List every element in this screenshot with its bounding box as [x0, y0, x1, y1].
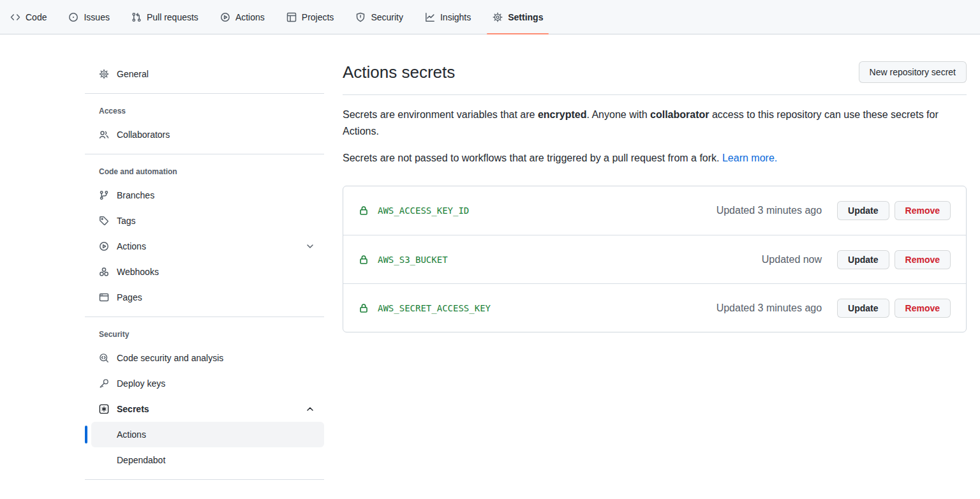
sidebar-item-label: Pages: [117, 292, 142, 302]
tab-code[interactable]: Code: [4, 0, 52, 34]
sidebar-item-label: Collaborators: [117, 130, 170, 140]
sidebar-item-tags[interactable]: Actions Tags: [91, 208, 324, 234]
intro-text: Secrets are environment variables that a…: [343, 109, 538, 120]
tab-label: Projects: [302, 12, 334, 22]
sidebar-item-general[interactable]: General: [91, 61, 324, 87]
sidebar-item-secrets-dependabot[interactable]: Dependabot: [91, 447, 324, 473]
tag-icon: [99, 216, 109, 226]
divider: [85, 317, 324, 317]
sidebar-item-label: Branches: [117, 190, 154, 200]
update-secret-button[interactable]: Update: [837, 201, 889, 220]
tab-label: Settings: [508, 12, 543, 22]
issue-opened-icon: [68, 12, 78, 22]
secrets-intro-text: Secrets are environment variables that a…: [343, 107, 967, 140]
sidebar-item-label: Secrets: [117, 404, 149, 414]
graph-icon: [425, 12, 435, 22]
pull-request-icon: [131, 12, 142, 22]
tab-label: Actions: [235, 12, 265, 22]
play-icon: [99, 241, 109, 251]
tab-security[interactable]: Security: [350, 0, 409, 34]
divider: [85, 93, 324, 94]
tab-issues[interactable]: Issues: [63, 0, 115, 34]
sidebar-item-deploy-keys[interactable]: Deploy keys: [91, 371, 324, 396]
new-repository-secret-button[interactable]: New repository secret: [859, 61, 967, 83]
page-title: Actions secrets: [343, 61, 455, 83]
tab-actions[interactable]: Actions: [214, 0, 271, 34]
tab-projects[interactable]: Projects: [281, 0, 340, 34]
sidebar-item-pages[interactable]: Pages: [91, 285, 324, 310]
secret-name: AWS_S3_BUCKET: [378, 255, 448, 265]
fork-note-text: Secrets are not passed to workflows that…: [343, 150, 967, 167]
people-icon: [99, 130, 109, 140]
sidebar-item-branches[interactable]: Branches: [91, 182, 324, 208]
secret-row-actions: Updated 3 minutes ago Update Remove: [716, 201, 951, 220]
remove-secret-button[interactable]: Remove: [895, 201, 951, 220]
git-branch-icon: [99, 190, 109, 200]
tab-label: Issues: [84, 12, 109, 22]
actions-secrets-panel: Actions secrets New repository secret Se…: [343, 61, 967, 486]
sidebar-item-secrets[interactable]: Secrets: [91, 396, 324, 422]
lock-icon: [359, 303, 369, 313]
gear-icon: [493, 12, 503, 22]
tab-label: Pull requests: [147, 12, 198, 22]
tab-label: Code: [26, 12, 47, 22]
webhook-icon: [99, 267, 109, 277]
secret-updated-time: Updated now: [762, 254, 822, 265]
intro-bold-collaborator: collaborator: [650, 109, 709, 120]
learn-more-link[interactable]: Learn more.: [722, 153, 777, 163]
shield-icon: [355, 12, 366, 22]
secret-row: AWS_ACCESS_KEY_ID Updated 3 minutes ago …: [343, 186, 966, 235]
secret-asterisk-icon: [99, 404, 109, 414]
browser-icon: [99, 292, 109, 302]
sidebar-item-label: Deploy keys: [117, 378, 165, 389]
secret-name: AWS_SECRET_ACCESS_KEY: [378, 303, 491, 313]
update-secret-button[interactable]: Update: [837, 299, 889, 318]
sidebar-section-access: Access: [85, 107, 324, 115]
tab-settings[interactable]: Settings: [487, 0, 549, 34]
lock-icon: [359, 255, 369, 265]
secrets-list: AWS_ACCESS_KEY_ID Updated 3 minutes ago …: [343, 186, 967, 332]
table-icon: [286, 12, 297, 22]
chevron-down-icon: [305, 241, 315, 251]
secret-row-actions: Updated 3 minutes ago Update Remove: [716, 299, 951, 318]
secret-row: AWS_SECRET_ACCESS_KEY Updated 3 minutes …: [343, 283, 966, 332]
chevron-up-icon: [305, 404, 315, 414]
intro-text: . Anyone with: [586, 109, 650, 120]
sidebar-item-label: Actions: [117, 241, 146, 251]
secret-name: AWS_ACCESS_KEY_ID: [378, 205, 469, 216]
secret-updated-time: Updated 3 minutes ago: [716, 205, 822, 216]
settings-layout: General Access Collaborators Code and au…: [0, 34, 980, 486]
sidebar-item-collaborators[interactable]: Collaborators: [91, 122, 324, 147]
play-icon: [220, 12, 230, 22]
key-icon: [99, 378, 109, 389]
codescan-icon: [99, 353, 109, 363]
remove-secret-button[interactable]: Remove: [895, 250, 951, 269]
sidebar-item-label: Actions: [117, 429, 146, 440]
sidebar-item-secrets-actions[interactable]: Actions: [91, 422, 324, 447]
remove-secret-button[interactable]: Remove: [895, 299, 951, 318]
secret-row-actions: Updated now Update Remove: [762, 250, 951, 269]
secret-updated-time: Updated 3 minutes ago: [716, 302, 822, 314]
tab-insights[interactable]: Insights: [419, 0, 477, 34]
fork-note: Secrets are not passed to workflows that…: [343, 153, 722, 163]
sidebar-item-label: General: [117, 69, 149, 79]
sidebar-item-code-security[interactable]: Code security and analysis: [91, 345, 324, 371]
sidebar-item-label: Code security and analysis: [117, 353, 223, 363]
lock-icon: [359, 205, 369, 216]
update-secret-button[interactable]: Update: [837, 250, 889, 269]
sidebar-item-webhooks[interactable]: Webhooks: [91, 259, 324, 285]
sidebar-item-actions[interactable]: Actions: [91, 234, 324, 259]
sidebar-section-security: Security: [85, 330, 324, 339]
sidebar-item-label: Webhooks: [117, 267, 159, 277]
sidebar-item-label: Tags: [117, 216, 136, 226]
tab-label: Security: [371, 12, 403, 22]
gear-icon: [99, 69, 109, 79]
panel-header: Actions secrets New repository secret: [343, 61, 967, 95]
intro-bold-encrypted: encrypted: [538, 109, 586, 120]
tab-pull-requests[interactable]: Pull requests: [126, 0, 204, 34]
divider: [85, 479, 324, 480]
divider: [85, 154, 324, 154]
tab-label: Insights: [440, 12, 471, 22]
secret-row: AWS_S3_BUCKET Updated now Update Remove: [343, 235, 966, 283]
sidebar-section-code-and-automation: Code and automation: [85, 167, 324, 176]
